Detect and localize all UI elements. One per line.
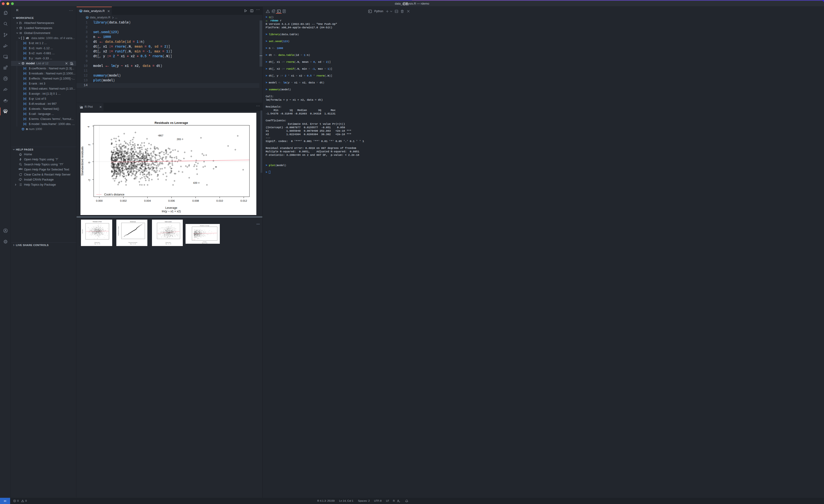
svg-text:0.012: 0.012 <box>240 200 247 202</box>
svg-text:lm(y ~ x1 + x2): lm(y ~ x1 + x2) <box>162 210 181 213</box>
svg-text:R: R <box>86 16 88 19</box>
svg-text:0.000: 0.000 <box>96 200 103 202</box>
svg-text:4: 4 <box>87 126 90 127</box>
svg-text:265: 265 <box>177 138 181 141</box>
svg-text:439: 439 <box>193 181 197 184</box>
svg-text:0.008: 0.008 <box>192 200 199 202</box>
svg-text:0.010: 0.010 <box>216 200 223 202</box>
svg-text:Residuals: Residuals <box>82 229 83 233</box>
svg-text:0: 0 <box>88 162 91 163</box>
svg-text:Leverage: Leverage <box>203 241 206 242</box>
svg-text:Leverage: Leverage <box>165 206 177 210</box>
svg-text:Standardized residuals: Standardized residuals <box>81 146 84 175</box>
svg-text:2: 2 <box>88 144 91 145</box>
svg-text:Residuals vs Leverage: Residuals vs Leverage <box>200 225 209 226</box>
svg-text:R: R <box>4 110 7 114</box>
svg-text:Cook's distance: Cook's distance <box>104 193 124 196</box>
svg-text:Fitted values: Fitted values <box>166 242 171 243</box>
svg-text:0.004: 0.004 <box>144 200 151 202</box>
svg-text:lm(y ~ x1 + x2): lm(y ~ x1 + x2) <box>94 244 100 244</box>
svg-text:0.006: 0.006 <box>168 200 175 202</box>
svg-text:Theoretical Quantiles: Theoretical Quantiles <box>128 242 137 243</box>
svg-text:Residuals vs Leverage: Residuals vs Leverage <box>154 121 188 125</box>
svg-text:0.002: 0.002 <box>120 200 127 202</box>
svg-text:Normal Q-Q: Normal Q-Q <box>130 221 136 222</box>
svg-text:lm(y ~ x1 + x2): lm(y ~ x1 + x2) <box>202 243 207 244</box>
svg-text:Scale-Location: Scale-Location <box>165 221 172 222</box>
svg-text:Standardized residuals: Standardized residuals <box>118 226 119 236</box>
svg-text:R: R <box>80 10 82 13</box>
svg-text:lm(y ~ x1 + x2): lm(y ~ x1 + x2) <box>165 244 171 244</box>
svg-text:Residuals vs Fitted: Residuals vs Fitted <box>93 221 102 222</box>
svg-text:lm(y ~ x1 + x2): lm(y ~ x1 + x2) <box>130 244 136 244</box>
svg-text:Fitted values: Fitted values <box>95 242 100 243</box>
svg-text:-2: -2 <box>88 179 91 181</box>
svg-text:867: 867 <box>159 134 163 137</box>
